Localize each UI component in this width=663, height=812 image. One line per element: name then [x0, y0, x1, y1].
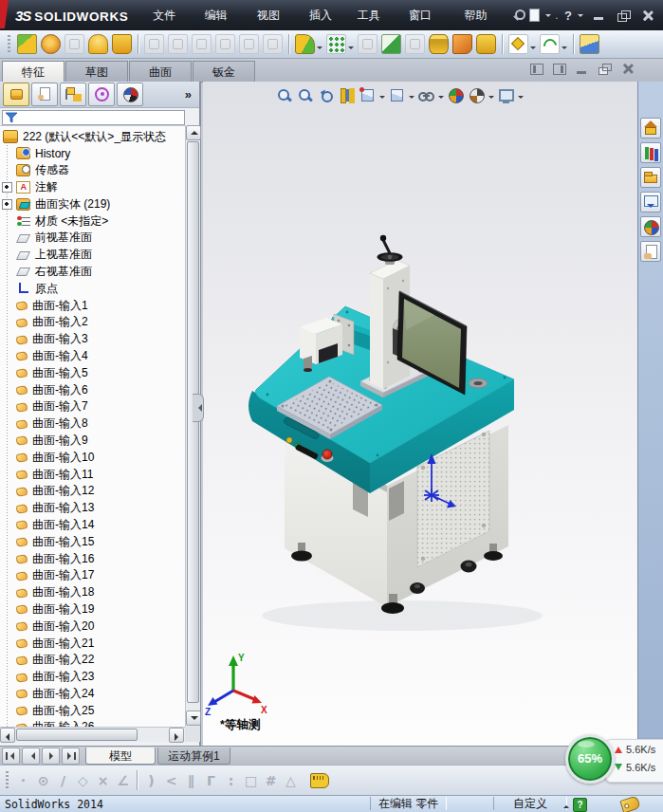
scroll-down-button[interactable]: [186, 710, 201, 726]
menu-item[interactable]: 插入(I): [302, 5, 350, 26]
tree-vertical-scrollbar[interactable]: [185, 125, 200, 727]
tree-item[interactable]: 曲面-输入18: [0, 584, 185, 601]
tree-item[interactable]: 前视基准面: [0, 230, 185, 247]
tree-item[interactable]: 曲面-输入1: [0, 297, 185, 314]
tree-item[interactable]: 曲面-输入24: [0, 686, 185, 703]
display-manager-tab[interactable]: [117, 83, 143, 106]
measure-icon[interactable]: [310, 773, 329, 788]
tree-item[interactable]: 曲面-输入14: [0, 517, 185, 534]
menu-item[interactable]: 视图(V): [249, 5, 302, 26]
tree-filter-field[interactable]: [2, 110, 185, 125]
reference-geometry-icon[interactable]: [508, 34, 528, 54]
configuration-manager-tab[interactable]: [60, 83, 86, 106]
graphics-viewport[interactable]: Y Z X *等轴测: [203, 82, 637, 746]
fillet-icon[interactable]: [295, 34, 315, 54]
document-tab[interactable]: 运动算例1: [157, 747, 230, 765]
expand-icon[interactable]: [2, 199, 12, 210]
tree-item[interactable]: 曲面-输入21: [0, 635, 185, 652]
pattern-caret-icon[interactable]: [348, 46, 354, 52]
menu-item[interactable]: 文件(F): [145, 5, 196, 26]
help-icon[interactable]: ?: [562, 9, 574, 23]
doc-close-icon[interactable]: [619, 62, 636, 77]
expand-icon[interactable]: [2, 182, 12, 193]
command-tab[interactable]: 草图: [65, 61, 128, 82]
split-pane-right-icon[interactable]: [551, 62, 568, 77]
net-speed-widget[interactable]: 65% 5.6K/s 5.6K/s: [565, 734, 663, 785]
menu-item[interactable]: 帮助(H): [456, 5, 509, 26]
tree-item[interactable]: History: [0, 145, 185, 162]
tree-item[interactable]: 曲面-输入8: [0, 415, 185, 433]
tree-item[interactable]: 曲面-输入4: [0, 348, 185, 365]
tree-item[interactable]: 原点: [0, 280, 185, 297]
wrap-icon[interactable]: [452, 34, 472, 54]
revolved-boss-icon[interactable]: [41, 34, 61, 54]
tree-item[interactable]: 曲面-输入2: [0, 314, 185, 331]
tree-item[interactable]: 曲面-输入23: [0, 669, 185, 686]
scroll-up-button[interactable]: [186, 125, 201, 140]
machine-3d-model[interactable]: [203, 82, 637, 746]
tree-item[interactable]: 曲面-输入15: [0, 533, 185, 550]
last-tab-button[interactable]: [62, 747, 80, 765]
minimize-button[interactable]: [590, 9, 608, 23]
lofted-boss-icon[interactable]: [88, 34, 108, 54]
help-caret-icon[interactable]: [578, 14, 583, 20]
status-help-icon[interactable]: ?: [573, 798, 587, 812]
command-tab[interactable]: 曲面: [129, 61, 192, 82]
design-library-icon[interactable]: [640, 142, 661, 163]
scroll-right-button[interactable]: [169, 728, 184, 743]
tree-item[interactable]: 右视基准面: [0, 264, 185, 281]
curves-icon[interactable]: [540, 34, 560, 54]
menu-item[interactable]: 编辑(E): [197, 5, 249, 26]
extruded-boss-icon[interactable]: [17, 34, 37, 54]
first-tab-button[interactable]: [2, 747, 20, 765]
tree-item[interactable]: 曲面-输入11: [0, 466, 185, 483]
custom-dropdown[interactable]: 自定义: [493, 797, 567, 810]
previous-tab-button[interactable]: [22, 747, 40, 765]
tree-item[interactable]: 上视基准面: [0, 247, 185, 264]
tree-item[interactable]: 曲面-输入19: [0, 601, 185, 618]
next-tab-button[interactable]: [42, 747, 60, 765]
horizontal-scroll-thumb[interactable]: [16, 729, 138, 741]
scroll-left-button[interactable]: [0, 728, 15, 743]
tree-horizontal-scrollbar[interactable]: [0, 727, 185, 742]
net-percent-badge[interactable]: 65%: [565, 734, 615, 784]
tree-item[interactable]: 材质 <未指定>: [0, 212, 185, 230]
home-icon[interactable]: [640, 118, 661, 138]
shell-icon[interactable]: [429, 34, 449, 54]
command-tab[interactable]: 特征: [2, 61, 64, 82]
vertical-scroll-thumb[interactable]: [187, 141, 199, 703]
doc-minimize-icon[interactable]: [574, 62, 591, 77]
tree-item[interactable]: 曲面-输入25: [0, 702, 185, 719]
split-pane-left-icon[interactable]: [528, 62, 545, 77]
tree-item[interactable]: 曲面-输入13: [0, 500, 185, 517]
file-explorer-icon[interactable]: [640, 167, 661, 188]
menu-item[interactable]: 工具(T): [350, 5, 401, 26]
panel-collapse-handle[interactable]: [193, 394, 204, 422]
tree-item[interactable]: 曲面-输入7: [0, 398, 185, 415]
fillet-caret-icon[interactable]: [317, 46, 322, 52]
new-document-caret-icon[interactable]: [545, 14, 551, 20]
toolbar-grip[interactable]: [8, 35, 10, 54]
tree-item[interactable]: 曲面-输入16: [0, 550, 185, 567]
tree-item[interactable]: 曲面-输入6: [0, 381, 185, 398]
tree-item[interactable]: 曲面-输入20: [0, 618, 185, 635]
toolbar-grip[interactable]: [6, 771, 9, 790]
tree-item[interactable]: 曲面-输入9: [0, 433, 185, 450]
curves-caret-icon[interactable]: [562, 46, 567, 52]
document-tab[interactable]: 模型: [85, 747, 156, 765]
tree-item[interactable]: 曲面实体 (219): [0, 195, 185, 212]
tree-item[interactable]: 曲面-输入17: [0, 567, 185, 584]
tree-root[interactable]: 222 (默认<<默认>_显示状态: [0, 128, 185, 145]
rib-icon[interactable]: [381, 34, 401, 54]
boundary-boss-icon[interactable]: [112, 34, 132, 54]
tree-item[interactable]: 曲面-输入5: [0, 364, 185, 381]
instant3d-icon[interactable]: [580, 34, 599, 54]
featuremanager-tree-tab[interactable]: [3, 83, 29, 106]
tag-icon[interactable]: [619, 795, 640, 812]
tree-item[interactable]: 曲面-输入22: [0, 652, 185, 669]
custom-caret-icon[interactable]: [563, 803, 569, 808]
close-button[interactable]: [639, 9, 657, 23]
tree-item[interactable]: 传感器: [0, 162, 185, 179]
dimxpert-manager-tab[interactable]: [88, 83, 115, 106]
view-palette-icon[interactable]: [640, 192, 661, 212]
